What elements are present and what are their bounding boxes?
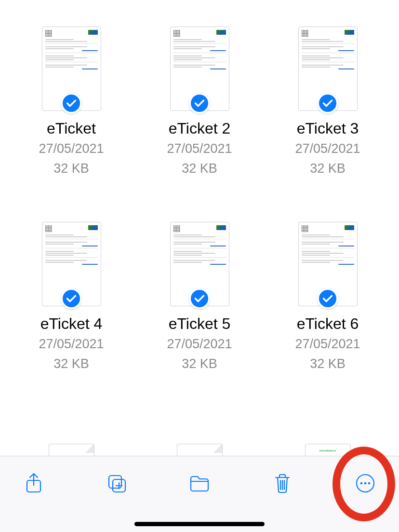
- file-thumbnail[interactable]: [42, 222, 101, 306]
- files-selection-view: eTicket 27/05/2021 32 KB eTicket 2 27/05…: [0, 0, 399, 532]
- file-name-label: eTicket: [47, 120, 96, 137]
- more-button[interactable]: [346, 470, 385, 499]
- file-name-label: eTicket 6: [297, 315, 359, 333]
- selected-check-icon: [61, 93, 82, 114]
- file-date-label: 27/05/2021: [167, 337, 232, 352]
- svg-point-3: [63, 290, 80, 307]
- file-thumbnail[interactable]: [170, 27, 229, 111]
- file-thumbnail[interactable]: [170, 222, 229, 306]
- file-tile[interactable]: eTicket 6 27/05/2021 32 KB: [280, 222, 375, 371]
- file-name-label: eTicket 5: [169, 315, 231, 333]
- file-date-label: 27/05/2021: [167, 141, 232, 156]
- file-size-label: 32 KB: [310, 356, 346, 371]
- file-size-label: 32 KB: [182, 356, 217, 371]
- selected-check-icon: [317, 288, 338, 309]
- svg-point-4: [191, 290, 208, 307]
- share-icon: [22, 472, 45, 497]
- duplicate-icon: [105, 472, 128, 497]
- svg-point-2: [319, 95, 336, 112]
- file-date-label: 27/05/2021: [39, 141, 104, 156]
- file-size-label: 32 KB: [310, 161, 346, 176]
- trash-icon: [271, 472, 294, 497]
- svg-point-10: [360, 482, 363, 485]
- selected-check-icon: [189, 288, 210, 309]
- file-name-label: eTicket 3: [297, 120, 359, 137]
- file-tile[interactable]: eTicket 4 27/05/2021 32 KB: [24, 222, 119, 371]
- move-button[interactable]: [180, 470, 219, 499]
- selected-check-icon: [61, 288, 82, 309]
- file-date-label: 27/05/2021: [295, 337, 360, 352]
- file-name-label: eTicket 4: [40, 315, 103, 333]
- svg-point-5: [319, 290, 336, 307]
- file-tile[interactable]: eTicket 27/05/2021 32 KB: [24, 27, 119, 176]
- file-thumbnail[interactable]: [42, 27, 101, 111]
- home-indicator: [134, 522, 265, 526]
- svg-point-1: [191, 95, 208, 112]
- brand-text: novobanco: [307, 449, 348, 452]
- selected-check-icon: [317, 93, 338, 114]
- duplicate-button[interactable]: [97, 470, 136, 499]
- selection-toolbar: [0, 456, 399, 532]
- svg-point-0: [63, 95, 80, 112]
- svg-point-12: [368, 482, 371, 485]
- file-thumbnail[interactable]: [298, 27, 358, 111]
- file-date-label: 27/05/2021: [295, 141, 360, 156]
- file-size-label: 32 KB: [53, 161, 89, 176]
- share-button[interactable]: [14, 470, 53, 499]
- file-name-label: eTicket 2: [169, 120, 231, 137]
- selected-check-icon: [189, 93, 210, 114]
- svg-point-11: [364, 482, 367, 485]
- file-thumbnail[interactable]: [298, 222, 358, 306]
- file-tile[interactable]: eTicket 5 27/05/2021 32 KB: [152, 222, 247, 371]
- file-size-label: 32 KB: [182, 161, 217, 176]
- file-tile[interactable]: eTicket 3 27/05/2021 32 KB: [280, 27, 375, 176]
- more-icon: [354, 472, 377, 497]
- file-size-label: 32 KB: [53, 356, 89, 371]
- file-tile[interactable]: eTicket 2 27/05/2021 32 KB: [152, 27, 247, 176]
- file-grid: eTicket 27/05/2021 32 KB eTicket 2 27/05…: [0, 27, 399, 371]
- file-date-label: 27/05/2021: [39, 337, 104, 352]
- delete-button[interactable]: [263, 470, 302, 499]
- folder-icon: [188, 472, 211, 497]
